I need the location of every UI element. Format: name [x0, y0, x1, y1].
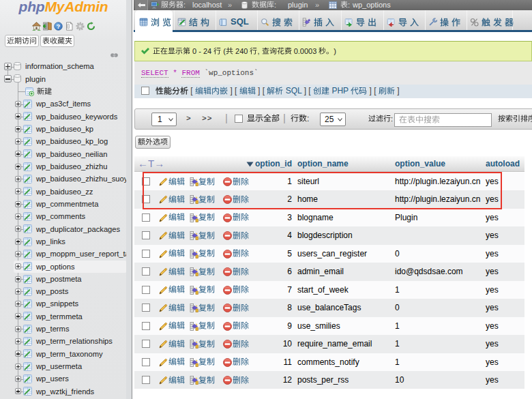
svg-text:?: ? [57, 23, 61, 30]
